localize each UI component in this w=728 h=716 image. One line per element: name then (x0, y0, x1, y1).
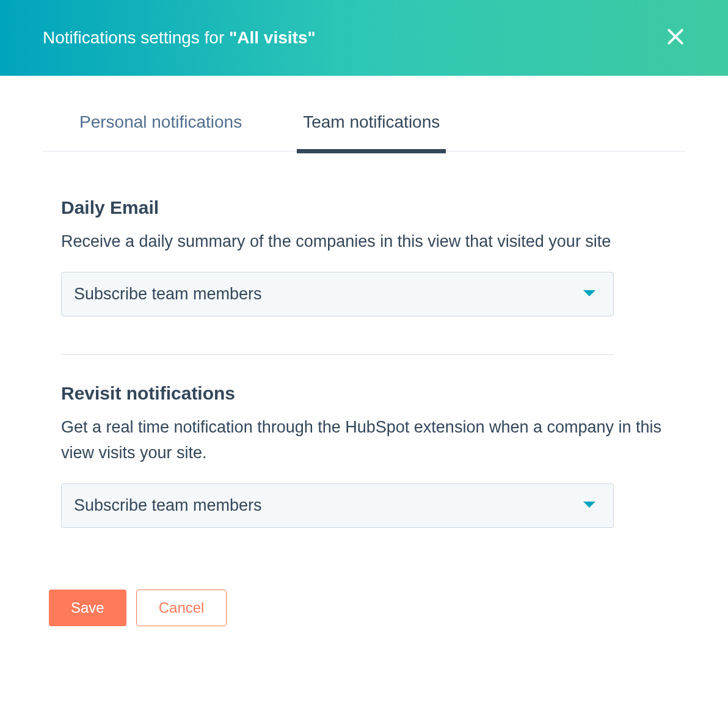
modal-header: Notifications settings for "All visits" (0, 0, 728, 76)
revisit-subscribe-select[interactable]: Subscribe team members (61, 483, 614, 528)
close-icon (666, 27, 685, 49)
chevron-down-icon (583, 501, 596, 510)
button-label: Cancel (159, 599, 205, 616)
save-button[interactable]: Save (49, 590, 126, 626)
close-button[interactable] (660, 21, 691, 55)
tabs: Personal notifications Team notification… (43, 112, 685, 152)
button-label: Save (71, 599, 104, 616)
section-daily-email: Daily Email Receive a daily summary of t… (61, 152, 667, 316)
tab-personal-notifications[interactable]: Personal notifications (73, 112, 248, 153)
cancel-button[interactable]: Cancel (136, 590, 227, 626)
modal-title-name: "All visits" (229, 28, 316, 47)
select-value: Subscribe team members (74, 496, 262, 515)
section-title: Revisit notifications (61, 383, 667, 404)
section-description: Get a real time notification through the… (61, 415, 667, 466)
tab-label: Personal notifications (79, 112, 242, 131)
section-title: Daily Email (61, 197, 667, 218)
select-value: Subscribe team members (74, 285, 262, 304)
tab-label: Team notifications (303, 112, 440, 131)
daily-email-subscribe-select[interactable]: Subscribe team members (61, 272, 614, 316)
chevron-down-icon (583, 290, 596, 298)
section-description: Receive a daily summary of the companies… (61, 229, 667, 255)
modal-title: Notifications settings for "All visits" (43, 28, 316, 48)
modal-title-prefix: Notifications settings for (43, 28, 229, 47)
tab-team-notifications[interactable]: Team notifications (297, 112, 446, 153)
modal-footer: Save Cancel (49, 590, 227, 626)
tab-content: Daily Email Receive a daily summary of t… (0, 152, 728, 528)
section-revisit-notifications: Revisit notifications Get a real time no… (61, 355, 667, 528)
